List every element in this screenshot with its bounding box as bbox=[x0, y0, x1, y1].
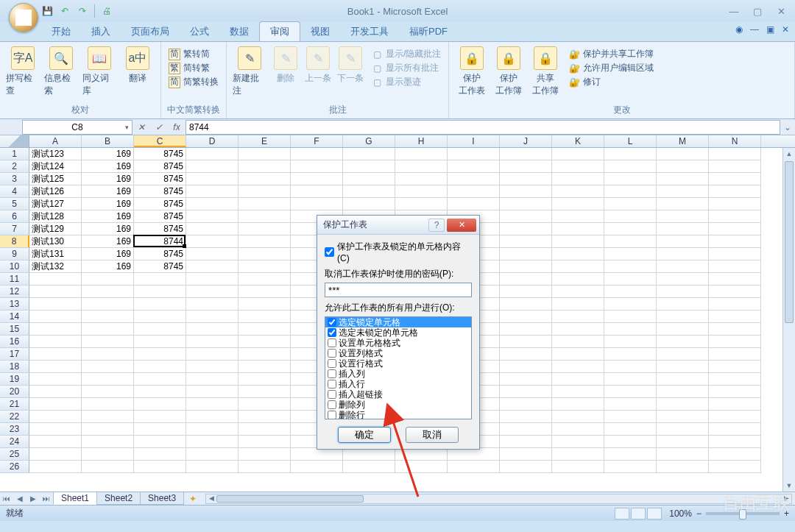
cell[interactable] bbox=[709, 348, 761, 361]
cell[interactable] bbox=[500, 336, 552, 348]
cell[interactable] bbox=[82, 348, 134, 361]
cell[interactable] bbox=[186, 248, 239, 260]
cell[interactable] bbox=[552, 223, 604, 235]
cell[interactable] bbox=[239, 235, 291, 248]
cell[interactable] bbox=[186, 411, 239, 423]
dialog-help-icon[interactable]: ? bbox=[428, 219, 445, 232]
cell[interactable] bbox=[239, 160, 291, 173]
cell[interactable] bbox=[709, 448, 761, 461]
cell[interactable] bbox=[186, 336, 239, 348]
cell[interactable] bbox=[657, 148, 709, 160]
proofing-3[interactable]: a中翻译 bbox=[121, 46, 155, 85]
cell[interactable] bbox=[239, 260, 291, 273]
cell[interactable] bbox=[134, 436, 186, 448]
cell[interactable] bbox=[604, 311, 657, 323]
cell[interactable] bbox=[604, 323, 657, 336]
cell[interactable] bbox=[186, 423, 239, 436]
cell[interactable] bbox=[239, 173, 291, 185]
cell[interactable] bbox=[395, 198, 448, 210]
cell[interactable] bbox=[291, 198, 343, 210]
cell[interactable] bbox=[500, 411, 552, 423]
checkbox[interactable] bbox=[328, 369, 336, 378]
cell[interactable] bbox=[552, 436, 604, 448]
checkbox[interactable] bbox=[328, 359, 336, 368]
help-icon[interactable]: ◉ bbox=[735, 24, 743, 35]
cell[interactable] bbox=[29, 411, 82, 423]
cell[interactable] bbox=[239, 398, 291, 411]
cell[interactable] bbox=[82, 461, 134, 473]
cell[interactable] bbox=[500, 461, 552, 473]
cell[interactable] bbox=[239, 386, 291, 398]
ribbon-tab-3[interactable]: 公式 bbox=[180, 22, 219, 41]
change-opt-2[interactable]: 🔐修订 bbox=[568, 76, 654, 88]
cell[interactable] bbox=[604, 348, 657, 361]
scroll-up-icon[interactable]: ▲ bbox=[783, 148, 795, 160]
name-box[interactable]: C8 bbox=[22, 120, 132, 135]
sheet-tab-Sheet1[interactable]: Sheet1 bbox=[53, 492, 97, 505]
cell[interactable] bbox=[343, 461, 395, 473]
row-header[interactable]: 3 bbox=[0, 173, 29, 185]
col-header-M[interactable]: M bbox=[657, 135, 709, 147]
permission-item[interactable]: 插入超链接 bbox=[325, 389, 471, 400]
cell[interactable] bbox=[500, 223, 552, 235]
cell[interactable] bbox=[552, 461, 604, 473]
row-header[interactable]: 7 bbox=[0, 223, 29, 235]
cell[interactable] bbox=[709, 235, 761, 248]
cell[interactable] bbox=[604, 336, 657, 348]
cell[interactable]: 169 bbox=[82, 173, 134, 185]
cell[interactable] bbox=[134, 461, 186, 473]
row-header[interactable]: 5 bbox=[0, 198, 29, 210]
cell[interactable]: 169 bbox=[82, 260, 134, 273]
cell[interactable] bbox=[82, 336, 134, 348]
cell[interactable] bbox=[500, 436, 552, 448]
cell[interactable] bbox=[500, 373, 552, 386]
minimize-button[interactable]: — bbox=[724, 4, 743, 18]
cell[interactable] bbox=[604, 361, 657, 373]
cell[interactable] bbox=[82, 411, 134, 423]
cell[interactable] bbox=[186, 260, 239, 273]
cell[interactable]: 测试127 bbox=[29, 198, 82, 210]
nav-next-icon[interactable]: ▶ bbox=[26, 494, 40, 503]
row-header[interactable]: 16 bbox=[0, 336, 29, 348]
cell[interactable] bbox=[604, 423, 657, 436]
cell[interactable] bbox=[239, 248, 291, 260]
chinese-1[interactable]: 繁简转繁 bbox=[169, 62, 219, 74]
cell[interactable] bbox=[709, 160, 761, 173]
horizontal-scrollbar[interactable]: ◀ ▶ bbox=[205, 494, 792, 504]
cell[interactable] bbox=[291, 173, 343, 185]
cell[interactable] bbox=[500, 185, 552, 198]
cell[interactable] bbox=[604, 436, 657, 448]
cell[interactable] bbox=[186, 148, 239, 160]
cell[interactable]: 169 bbox=[82, 160, 134, 173]
cell[interactable] bbox=[552, 386, 604, 398]
permission-item[interactable]: 插入行 bbox=[325, 379, 471, 389]
proofing-0[interactable]: 字A拼写检查 bbox=[6, 46, 40, 97]
cell[interactable]: 8745 bbox=[134, 198, 186, 210]
zoom-out-icon[interactable]: − bbox=[696, 508, 702, 519]
cell[interactable] bbox=[657, 448, 709, 461]
cell[interactable] bbox=[239, 311, 291, 323]
cell[interactable] bbox=[448, 173, 500, 185]
cell[interactable] bbox=[657, 436, 709, 448]
cell[interactable] bbox=[657, 185, 709, 198]
cell[interactable] bbox=[239, 185, 291, 198]
cell[interactable] bbox=[29, 423, 82, 436]
cell[interactable] bbox=[604, 223, 657, 235]
cell[interactable] bbox=[186, 461, 239, 473]
checkbox[interactable] bbox=[328, 338, 336, 347]
ribbon-tab-4[interactable]: 数据 bbox=[219, 22, 259, 41]
cell[interactable] bbox=[500, 148, 552, 160]
comment-opt-2[interactable]: ▢显示墨迹 bbox=[371, 76, 441, 88]
scroll-thumb[interactable] bbox=[785, 161, 794, 323]
cell[interactable] bbox=[604, 248, 657, 260]
comment-nav-1[interactable]: ✎上一条 bbox=[303, 46, 333, 85]
cell[interactable] bbox=[291, 461, 343, 473]
cell[interactable] bbox=[500, 210, 552, 223]
protect-0[interactable]: 🔒保护 工作表 bbox=[455, 46, 489, 97]
cell[interactable] bbox=[82, 423, 134, 436]
cell[interactable] bbox=[239, 436, 291, 448]
cell[interactable] bbox=[29, 323, 82, 336]
vertical-scrollbar[interactable]: ▲ ▼ bbox=[782, 148, 795, 492]
cell[interactable] bbox=[343, 173, 395, 185]
cell[interactable] bbox=[291, 148, 343, 160]
